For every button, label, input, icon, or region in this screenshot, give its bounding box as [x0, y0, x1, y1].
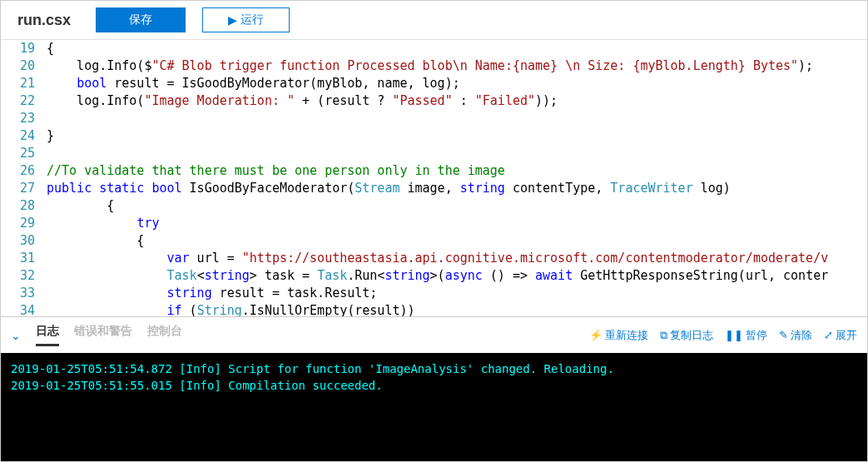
code-line[interactable]: //To validate that there must be one per… — [47, 162, 867, 180]
panel-tabs: 日志 错误和警告 控制台 — [36, 324, 182, 346]
line-number: 33 — [1, 285, 35, 302]
line-number: 24 — [1, 127, 35, 145]
line-number-gutter: 19202122232425262728293031323334 — [1, 40, 47, 316]
reconnect-label: 重新连接 — [605, 328, 648, 343]
clear-icon: ✎ — [779, 329, 788, 341]
code-line[interactable]: Task<string> task = Task.Run<string>(asy… — [47, 267, 867, 285]
line-number: 25 — [1, 145, 35, 162]
line-number: 22 — [1, 92, 35, 110]
line-number: 20 — [1, 57, 35, 75]
line-number: 21 — [1, 75, 35, 92]
line-number: 30 — [1, 232, 35, 250]
expand-label: 展开 — [836, 328, 857, 343]
copy-label: 复制日志 — [670, 328, 713, 343]
code-line[interactable]: { — [47, 40, 867, 57]
run-button[interactable]: ▶运行 — [202, 7, 290, 32]
copy-icon: ⧉ — [660, 329, 667, 342]
line-number: 29 — [1, 215, 35, 232]
code-line[interactable]: var url = "https://southeastasia.api.cog… — [47, 250, 867, 267]
editor-toolbar: run.csx 保存 ▶运行 — [1, 1, 867, 40]
tab-console[interactable]: 控制台 — [147, 324, 182, 346]
panel-actions: ⚡重新连接 ⧉复制日志 ❚❚暂停 ✎清除 ⤢展开 — [589, 328, 857, 343]
code-line[interactable]: { — [47, 232, 867, 250]
panel-header: ⌄ 日志 错误和警告 控制台 ⚡重新连接 ⧉复制日志 ❚❚暂停 ✎清除 ⤢展开 — [1, 317, 867, 353]
pause-icon: ❚❚ — [725, 329, 743, 341]
chevron-down-icon[interactable]: ⌄ — [11, 329, 21, 342]
log-console[interactable]: 2019-01-25T05:51:54.872 [Info] Script fo… — [1, 353, 867, 461]
code-line[interactable]: public static bool IsGoodByFaceModerator… — [47, 180, 867, 197]
play-icon: ▶ — [228, 13, 237, 27]
bottom-panel: ⌄ 日志 错误和警告 控制台 ⚡重新连接 ⧉复制日志 ❚❚暂停 ✎清除 ⤢展开 … — [1, 316, 867, 461]
line-number: 26 — [1, 162, 35, 180]
line-number: 34 — [1, 302, 35, 316]
code-area[interactable]: { log.Info($"C# Blob trigger function Pr… — [47, 40, 867, 316]
line-number: 31 — [1, 250, 35, 267]
code-line[interactable]: log.Info("Image Moderation: " + (result … — [47, 92, 867, 110]
filename-label: run.csx — [17, 12, 71, 29]
pause-label: 暂停 — [746, 328, 767, 343]
code-line[interactable]: { — [47, 197, 867, 215]
expand-icon: ⤢ — [824, 329, 833, 341]
code-line[interactable] — [47, 110, 867, 127]
pause-action[interactable]: ❚❚暂停 — [725, 328, 767, 343]
code-line[interactable] — [47, 145, 867, 162]
code-editor[interactable]: 19202122232425262728293031323334 { log.I… — [1, 40, 867, 316]
clear-action[interactable]: ✎清除 — [779, 328, 812, 343]
tab-errors[interactable]: 错误和警告 — [74, 324, 132, 346]
code-line[interactable]: if (String.IsNullOrEmpty(result)) — [47, 302, 867, 316]
line-number: 28 — [1, 197, 35, 215]
save-button[interactable]: 保存 — [96, 7, 186, 32]
code-line[interactable]: bool result = IsGoodByModerator(myBlob, … — [47, 75, 867, 92]
line-number: 32 — [1, 267, 35, 285]
plug-icon: ⚡ — [589, 329, 603, 341]
line-number: 27 — [1, 180, 35, 197]
run-button-label: 运行 — [241, 12, 264, 27]
copy-logs-action[interactable]: ⧉复制日志 — [660, 328, 713, 343]
code-line[interactable]: } — [47, 127, 867, 145]
line-number: 23 — [1, 110, 35, 127]
line-number: 19 — [1, 40, 35, 57]
reconnect-action[interactable]: ⚡重新连接 — [589, 328, 648, 343]
code-line[interactable]: log.Info($"C# Blob trigger function Proc… — [47, 57, 867, 75]
clear-label: 清除 — [791, 328, 812, 343]
code-line[interactable]: try — [47, 215, 867, 232]
code-line[interactable]: string result = task.Result; — [47, 285, 867, 302]
tab-logs[interactable]: 日志 — [36, 324, 59, 346]
expand-action[interactable]: ⤢展开 — [824, 328, 857, 343]
